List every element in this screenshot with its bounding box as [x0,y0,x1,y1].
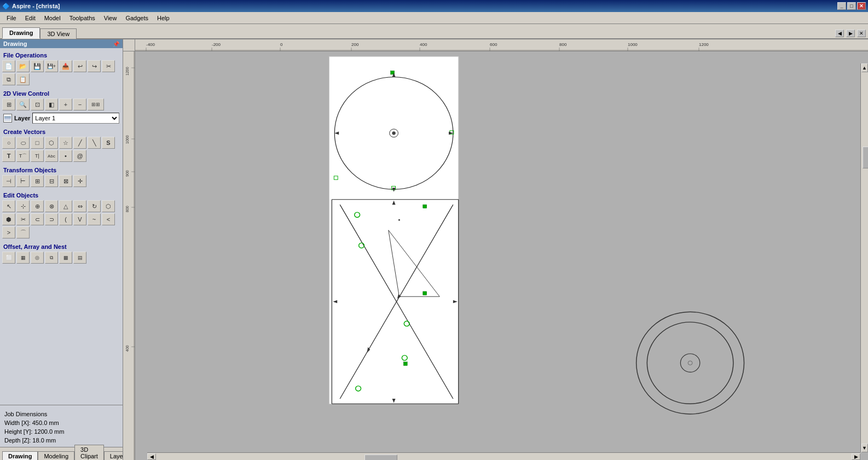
node-edit-button[interactable]: ⊹ [16,200,30,212]
offset-button[interactable]: ⬜ [2,252,15,264]
zoom-select-button[interactable]: ◧ [45,98,58,110]
join-button[interactable]: ⊂ [31,213,44,225]
weld-button[interactable]: △ [59,200,72,212]
fill2-button[interactable]: ▤ [73,252,86,264]
menu-model[interactable]: Model [40,14,65,22]
menu-help[interactable]: Help [153,14,174,22]
nest-button[interactable]: ⧉ [45,252,58,264]
tab-3d-clipart[interactable]: 3D Clipart [74,445,104,460]
tab-3d-view[interactable]: 3D View [40,28,77,39]
text-arc-button[interactable]: T⌒ [16,150,30,162]
center-v-button[interactable]: ⊟ [45,175,58,187]
polygon-tool-button[interactable]: ⬡ [45,137,58,149]
panel-close-button[interactable]: ✕ [857,30,866,37]
align-right-button[interactable]: ⊢ [16,175,30,187]
spline-tool-button[interactable]: S [102,137,115,149]
text-abc-button[interactable]: Abc [45,150,58,162]
cut-button[interactable]: ✂ [102,60,115,72]
menu-edit[interactable]: Edit [21,14,40,22]
distribute-button[interactable]: ⊠ [59,175,72,187]
main-layout: Drawing 3D View ◀ ▶ ✕ Drawing 📌 File Ope… [0,24,868,460]
save-as-button[interactable]: 💾+ [45,60,58,72]
spiral-tool-button[interactable]: @ [73,150,86,162]
menu-toolpaths[interactable]: Toolpaths [65,14,100,22]
tab-drawing[interactable]: Drawing [2,27,40,39]
extend-left-button[interactable]: < [102,213,115,225]
select-tool-button[interactable]: ↖ [2,200,15,212]
hscroll-right-button[interactable]: ▶ [852,453,860,460]
trim-button[interactable]: ✂ [16,213,30,225]
panel-pin-button[interactable]: 📌 [113,41,119,47]
point-tool-button[interactable]: • [59,150,72,162]
vscroll-down-button[interactable]: ▼ [861,444,868,452]
menu-gadgets[interactable]: Gadgets [121,14,153,22]
rotate-button[interactable]: ↻ [88,200,101,212]
tab-drawing-bottom[interactable]: Drawing [2,451,38,460]
panel-forward-button[interactable]: ▶ [846,30,855,37]
close-vector-button[interactable]: ⊃ [45,213,58,225]
vscroll-up-button[interactable]: ▲ [861,63,868,72]
tab-modeling[interactable]: Modeling [38,451,74,460]
ungroup-button[interactable]: ⬢ [2,213,15,225]
circular-array-button[interactable]: ◎ [31,252,44,264]
title-text: 🔷 Aspire - [christa] [2,3,60,10]
polyline-tool-button[interactable]: ╲ [88,137,101,149]
delete-node-button[interactable]: ⊗ [45,200,58,212]
text-tool-button[interactable]: T [2,150,15,162]
group-button[interactable]: ⬡ [102,200,115,212]
smooth-button[interactable]: ~ [88,213,101,225]
zoom-in-button[interactable]: + [59,98,72,110]
menu-view[interactable]: View [100,14,121,22]
divider-job [0,405,123,405]
import-button[interactable]: 📥 [59,60,72,72]
svg-text:-400: -400 [146,42,155,47]
hscroll-thumb[interactable] [364,455,397,461]
arc-tool-button[interactable]: ( [59,213,72,225]
save-button[interactable]: 💾 [31,60,44,72]
add-node-button[interactable]: ⊕ [31,200,44,212]
mirror-button[interactable]: ⇔ [73,200,86,212]
center-h-button[interactable]: ⊞ [31,175,44,187]
vscroll-thumb[interactable] [863,147,869,168]
panel-back-button[interactable]: ◀ [835,30,844,37]
redo-button[interactable]: ↪ [88,60,101,72]
open-file-button[interactable]: 📂 [16,60,30,72]
layer-select[interactable]: Layer 1 Layer 2 Layer 3 [32,113,119,124]
hscroll-left-button[interactable]: ◀ [147,453,156,460]
minimize-button[interactable]: _ [837,2,846,10]
array-button[interactable]: ▦ [16,252,30,264]
copy-button[interactable]: ⧉ [2,73,15,85]
star-tool-button[interactable]: ☆ [59,137,72,149]
align-left-button[interactable]: ⊣ [2,175,15,187]
new-file-button[interactable]: 📄 [2,60,15,72]
undo-button[interactable]: ↩ [73,60,86,72]
ellipse-tool-button[interactable]: ⬭ [16,137,30,149]
fill-button[interactable]: ▩ [59,252,72,264]
line-tool-button[interactable]: ╱ [73,137,86,149]
close-button[interactable]: ✕ [857,2,866,10]
reverse-button[interactable]: ⌒ [16,226,30,238]
drawing-canvas[interactable]: ◀ ▶ ▲ ▼ [135,51,868,460]
paste-button[interactable]: 📋 [16,73,30,85]
view-all-button[interactable]: ⊞⊞ [88,98,104,110]
zoom-out-button[interactable]: − [73,98,86,110]
section-transform: Transform Objects [0,165,123,174]
extend-right-button[interactable]: > [2,226,15,238]
circle-tool-button[interactable]: ○ [2,137,15,149]
move-button[interactable]: ✛ [73,175,86,187]
vertical-scrollbar[interactable]: ▲ ▼ [860,63,868,452]
maximize-button[interactable]: □ [847,2,856,10]
bottom-tab-strip: Drawing Modeling 3D Clipart Layers [0,447,123,460]
file-ops-toolbar: 📄 📂 💾 💾+ 📥 ↩ ↪ ✂ ⧉ 📋 [0,59,123,86]
menu-file[interactable]: File [2,14,21,22]
zoom-window-button[interactable]: ⊡ [31,98,44,110]
viewport[interactable]: -400 -200 0 200 400 600 800 1000 1200 [123,39,868,460]
zoom-box-button[interactable]: 🔍 [16,98,30,110]
text-vertical-button[interactable]: T| [31,150,44,162]
tab-layers[interactable]: Layers [104,451,123,460]
svg-text:400: 400 [420,42,427,47]
zoom-fit-button[interactable]: ⊞ [2,98,15,110]
rectangle-tool-button[interactable]: □ [31,137,44,149]
horizontal-scrollbar[interactable]: ◀ ▶ [147,452,860,460]
bezier-button[interactable]: V [73,213,86,225]
